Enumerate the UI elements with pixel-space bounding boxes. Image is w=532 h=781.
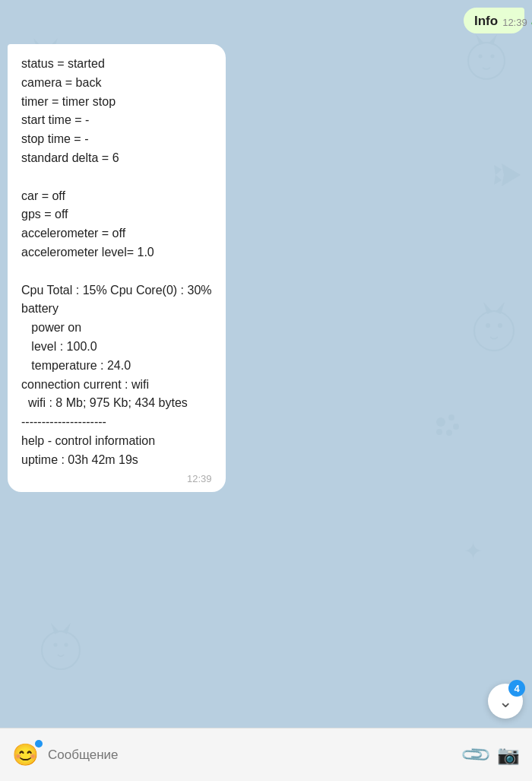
unread-badge: 4 [508, 680, 525, 697]
camera-button[interactable]: 📷 [497, 744, 520, 766]
scroll-down-button[interactable]: 4 ⌄ [488, 684, 523, 719]
main-message-bubble: status = started camera = back timer = t… [8, 44, 226, 492]
message-input[interactable] [48, 748, 454, 763]
chat-area: Info 12:39 ✓✓ status = started camera = … [0, 0, 532, 728]
emoji-icon: 😊 [12, 743, 39, 767]
notification-dot [35, 740, 43, 748]
info-bubble: Info 12:39 ✓✓ [464, 8, 524, 33]
paperclip-icon: 📎 [459, 738, 492, 771]
info-bubble-meta: 12:39 ✓✓ [502, 16, 532, 28]
emoji-button[interactable]: 😊 [12, 742, 39, 767]
attach-button[interactable]: 📎 [459, 738, 493, 772]
camera-icon: 📷 [497, 744, 520, 765]
info-bubble-time: 12:39 [502, 17, 527, 28]
bottom-bar: 😊 📎 📷 [0, 728, 532, 781]
info-message-container: Info 12:39 ✓✓ [8, 8, 524, 38]
message-content: status = started camera = back timer = t… [21, 55, 212, 470]
chevron-down-icon: ⌄ [499, 692, 512, 712]
message-time: 12:39 [21, 473, 212, 484]
info-bubble-text: Info [474, 14, 498, 29]
